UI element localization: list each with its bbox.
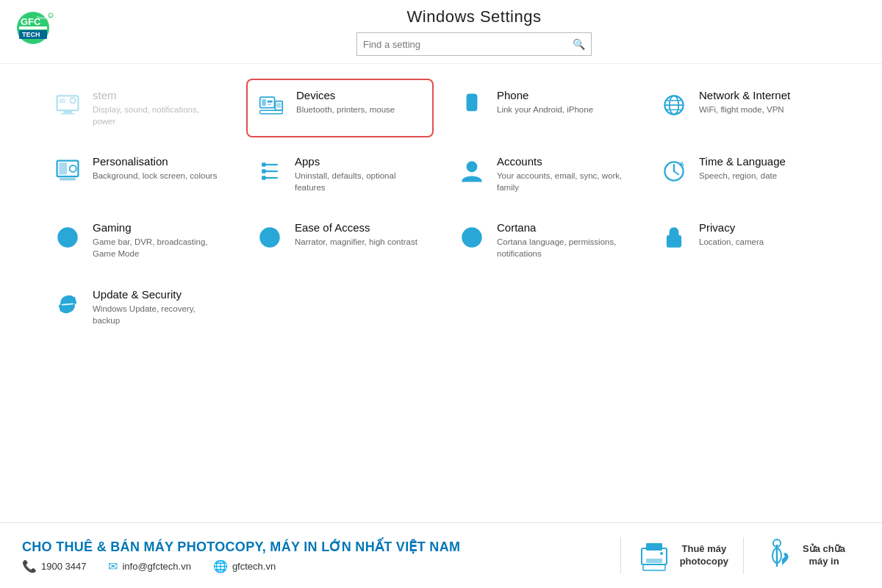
settings-item-apps[interactable]: Apps Uninstall, defaults, optional featu… [246,145,434,204]
ease-icon [254,221,286,254]
photocopy-service-label: Thuê máyphotocopy [680,543,728,568]
phone-icon [456,89,488,121]
svg-point-53 [673,238,675,241]
item-title-apps: Apps [295,155,426,168]
svg-rect-15 [268,101,273,103]
svg-rect-35 [262,162,265,166]
privacy-icon [658,221,690,254]
item-desc-system: Display, sound, notifications, power [93,104,224,127]
item-title-privacy: Privacy [699,221,831,234]
item-desc-apps: Uninstall, defaults, optional features [295,170,426,193]
logo: GFC TECH Since 2010 R [15,12,81,52]
svg-rect-10 [61,113,74,115]
phone-number: 1900 3447 [41,561,86,572]
email-icon: ✉ [108,559,118,573]
item-desc-personalisation: Background, lock screen, colours [93,170,224,182]
settings-item-system[interactable]: stem Display, sound, notifications, powe… [44,79,232,137]
devices-icon [255,89,287,121]
personalisation-icon [51,155,84,187]
phone-icon: 📞 [22,559,37,573]
website-url: gfctech.vn [232,561,276,572]
item-desc-network: WiFi, flight mode, VPN [699,104,831,115]
svg-rect-14 [262,99,265,106]
svg-rect-56 [646,559,662,563]
svg-rect-31 [60,178,76,181]
svg-point-48 [273,230,277,234]
svg-rect-58 [643,564,665,570]
network-icon [658,89,690,121]
email-address: info@gfctech.vn [122,561,190,572]
settings-item-update[interactable]: Update & Security Windows Update, recove… [44,278,232,337]
repair-service-label: Sửa chữamáy in [803,543,845,568]
svg-point-45 [66,237,69,240]
footer-contacts: 📞 1900 3447 ✉ info@gfctech.vn 🌐 gfctech.… [22,559,620,573]
search-button[interactable]: 🔍 [573,38,585,50]
svg-rect-2 [19,26,47,29]
item-title-gaming: Gaming [93,221,224,234]
item-title-ease: Ease of Access [295,221,426,234]
svg-text:R: R [50,14,52,18]
item-desc-time: Speech, region, date [699,170,831,182]
search-input[interactable] [363,39,573,50]
settings-item-personalisation[interactable]: Personalisation Background, lock screen,… [44,145,232,204]
time-icon: A [658,155,690,187]
search-bar: 🔍 [356,32,592,56]
update-icon [51,288,84,320]
page-title: Windows Settings [407,7,542,26]
item-desc-ease: Narrator, magnifier, high contrast [295,236,426,248]
item-title-time: Time & Language [699,155,831,168]
svg-rect-11 [59,98,65,103]
settings-item-phone[interactable]: Phone Link your Android, iPhone [448,79,636,137]
svg-point-12 [71,98,76,103]
footer-services: Thuê máyphotocopy Sửa chữamáy in [620,537,860,574]
item-desc-phone: Link your Android, iPhone [497,104,628,115]
settings-item-gaming[interactable]: Gaming Game bar, DVR, broadcasting, Game… [44,211,232,270]
settings-item-privacy[interactable]: Privacy Location, camera [650,211,838,270]
item-desc-cortana: Cortana language, permissions, notificat… [497,236,628,259]
svg-rect-19 [260,110,283,114]
item-desc-accounts: Your accounts, email, sync, work, family [497,170,628,193]
footer-service-photocopy[interactable]: Thuê máyphotocopy [620,537,743,574]
apps-icon [254,155,286,187]
repair-icon [759,537,795,574]
svg-rect-16 [268,104,271,105]
svg-rect-9 [64,110,72,113]
item-desc-gaming: Game bar, DVR, broadcasting, Game Mode [93,236,224,259]
settings-item-ease[interactable]: Ease of Access Narrator, magnifier, high… [246,211,434,270]
footer-website[interactable]: 🌐 gfctech.vn [213,559,276,573]
svg-text:A: A [679,160,684,168]
settings-item-cortana[interactable]: Cortana Cortana language, permissions, n… [448,211,636,270]
svg-rect-18 [276,103,281,107]
svg-point-57 [660,552,663,555]
header: GFC TECH Since 2010 R Windows Settings 🔍 [0,0,882,64]
accounts-icon [456,155,488,187]
svg-point-38 [467,162,477,172]
svg-point-30 [70,165,76,172]
item-desc-update: Windows Update, recovery, backup [93,303,224,326]
gaming-icon [51,221,84,254]
svg-point-49 [462,229,481,247]
settings-item-accounts[interactable]: Accounts Your accounts, email, sync, wor… [448,145,636,204]
item-title-phone: Phone [497,89,628,101]
svg-rect-55 [646,543,662,551]
svg-line-41 [674,171,678,175]
footer-phone[interactable]: 📞 1900 3447 [22,559,86,573]
item-desc-devices: Bluetooth, printers, mouse [296,104,425,115]
item-title-system: stem [93,89,224,101]
item-title-cortana: Cortana [497,221,628,234]
main-content: stem Display, sound, notifications, powe… [0,64,882,522]
footer-left: CHO THUÊ & BÁN MÁY PHOTOCOPY, MÁY IN LỚN… [22,539,620,573]
svg-text:TECH: TECH [22,31,40,38]
item-title-personalisation: Personalisation [93,155,224,168]
item-title-devices: Devices [296,89,425,101]
footer-email[interactable]: ✉ info@gfctech.vn [108,559,190,573]
svg-point-21 [471,107,473,109]
settings-item-time[interactable]: A Time & Language Speech, region, date [650,145,838,204]
settings-grid: stem Display, sound, notifications, powe… [44,79,838,337]
footer-service-repair[interactable]: Sửa chữamáy in [743,537,860,574]
settings-item-devices[interactable]: Devices Bluetooth, printers, mouse [246,79,434,137]
settings-item-network[interactable]: Network & Internet WiFi, flight mode, VP… [650,79,838,137]
item-title-accounts: Accounts [497,155,628,168]
footer-tagline: CHO THUÊ & BÁN MÁY PHOTOCOPY, MÁY IN LỚN… [22,539,620,555]
header-center: Windows Settings 🔍 [81,7,867,56]
